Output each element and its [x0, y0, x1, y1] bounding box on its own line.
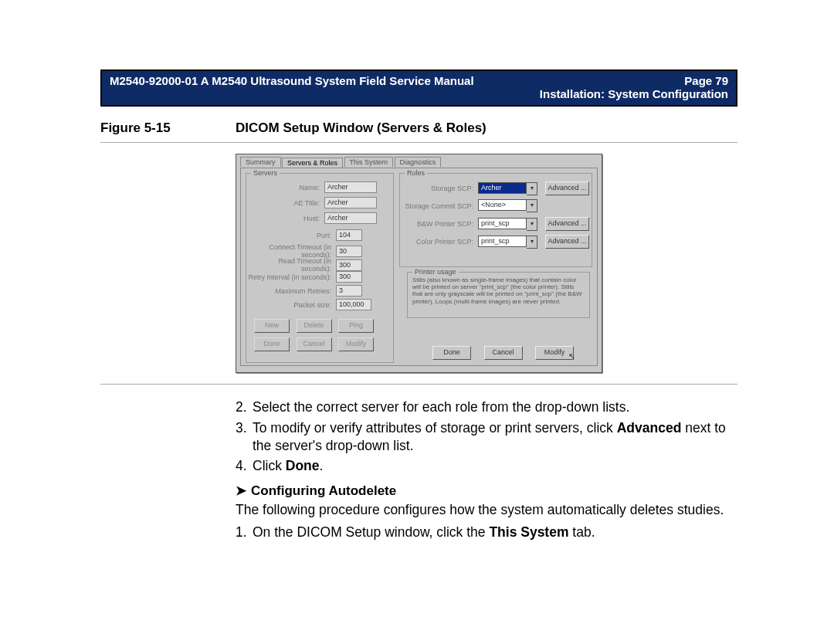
cancel-button[interactable]: Cancel	[484, 346, 523, 360]
chevron-down-icon: ▾	[527, 199, 537, 212]
servers-legend: Servers	[251, 169, 280, 177]
tab-summary[interactable]: Summary	[240, 157, 281, 167]
name-field[interactable]: Archer	[324, 181, 377, 193]
tab-diagnostics[interactable]: Diagnostics	[395, 157, 442, 167]
port-field[interactable]: 104	[336, 229, 362, 241]
storage-scp-advanced-button[interactable]: Advanced ...	[545, 181, 589, 195]
connect-timeout-field[interactable]: 30	[336, 246, 362, 257]
color-printer-advanced-button[interactable]: Advanced ...	[545, 235, 589, 249]
divider	[100, 142, 737, 143]
cursor-icon: ↖	[568, 351, 575, 361]
servers-modify-button[interactable]: Modify	[338, 337, 374, 351]
chevron-down-icon: ▾	[527, 236, 537, 249]
header-sub: Installation: System Configuration	[110, 87, 728, 100]
bw-printer-advanced-button[interactable]: Advanced ...	[545, 217, 589, 231]
step-list: 2.Select the correct server for each rol…	[236, 398, 730, 475]
packet-size-field[interactable]: 100,000	[336, 299, 371, 310]
storage-commit-scp-dropdown[interactable]: <None>▾	[478, 199, 537, 212]
tab-this-system[interactable]: This System	[344, 157, 394, 167]
ae-field[interactable]: Archer	[324, 197, 377, 208]
roles-legend: Roles	[405, 169, 427, 177]
header-left: M2540-92000-01 A M2540 Ultrasound System…	[110, 74, 474, 87]
done-button[interactable]: Done	[432, 346, 471, 360]
storage-scp-dropdown[interactable]: Archer▾	[478, 182, 537, 195]
subsection-heading: ➤Configuring Autodelete	[236, 483, 730, 500]
bw-printer-scp-dropdown[interactable]: print_scp▾	[478, 218, 537, 231]
retry-interval-field[interactable]: 300	[336, 271, 362, 283]
arrow-icon: ➤	[236, 483, 246, 498]
divider	[100, 384, 737, 385]
chevron-down-icon: ▾	[527, 218, 537, 231]
tab-servers-roles[interactable]: Servers & Roles	[282, 158, 343, 168]
color-printer-scp-dropdown[interactable]: print_scp▾	[478, 236, 537, 249]
host-field[interactable]: Archer	[324, 212, 377, 224]
page-header: M2540-92000-01 A M2540 Ultrasound System…	[100, 69, 737, 107]
subsection-intro: The following procedure configures how t…	[236, 501, 730, 519]
header-page: Page 79	[684, 74, 728, 87]
servers-cancel-button[interactable]: Cancel	[297, 337, 332, 351]
servers-done-button[interactable]: Done	[254, 337, 290, 351]
printer-usage-text: Stills (also known as single-frame image…	[408, 273, 589, 308]
printer-usage-legend: Printer usage	[412, 268, 459, 276]
figure-number: Figure 5-15	[100, 120, 236, 136]
dicom-setup-window: Summary Servers & Roles This System Diag…	[236, 154, 602, 373]
ping-button[interactable]: Ping	[338, 319, 374, 333]
new-button[interactable]: New	[254, 319, 290, 333]
max-retries-field[interactable]: 3	[336, 285, 362, 297]
delete-button[interactable]: Delete	[297, 319, 332, 333]
figure-title: DICOM Setup Window (Servers & Roles)	[236, 120, 486, 136]
chevron-down-icon: ▾	[527, 182, 537, 195]
step-list: 1.On the DICOM Setup window, click the T…	[236, 524, 730, 541]
read-timeout-field[interactable]: 300	[336, 259, 362, 271]
